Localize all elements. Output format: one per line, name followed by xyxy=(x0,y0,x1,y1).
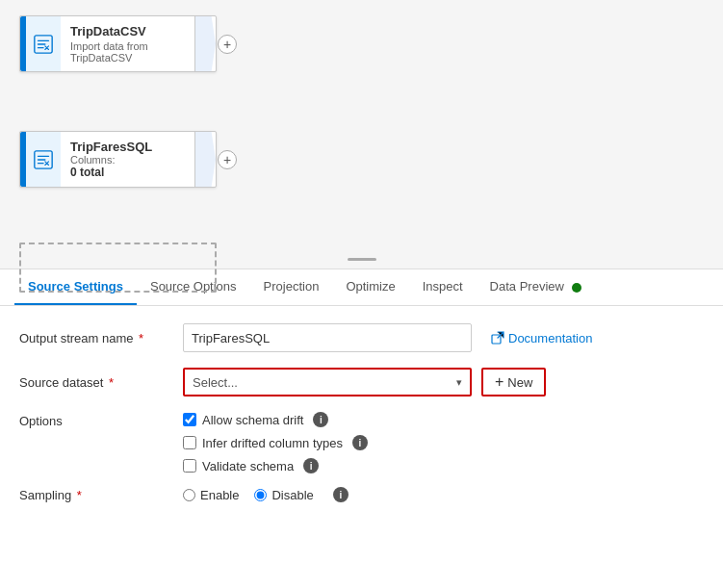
node-body-sql: TripFaresSQL Columns: 0 total xyxy=(61,132,194,187)
radio-group: Enable Disable i xyxy=(183,487,349,502)
allow-schema-drift-label[interactable]: Allow schema drift xyxy=(202,413,303,427)
options-label: Options xyxy=(19,412,183,428)
sampling-row: Sampling * Enable Disable i xyxy=(19,487,704,502)
infer-drifted-checkbox[interactable] xyxy=(183,436,196,449)
node-body: TripDataCSV Import data from TripDataCSV xyxy=(61,16,194,71)
tab-projection[interactable]: Projection xyxy=(250,269,333,305)
required-star-2: * xyxy=(105,375,114,390)
output-stream-input[interactable] xyxy=(183,323,472,352)
minimize-bar xyxy=(348,258,376,261)
tab-data-preview[interactable]: Data Preview xyxy=(477,269,595,305)
documentation-link[interactable]: Documentation xyxy=(491,331,592,345)
required-star-3: * xyxy=(73,488,82,502)
dashed-placeholder xyxy=(19,243,217,293)
options-row: Options Allow schema drift i Infer drift… xyxy=(19,412,704,473)
tab-optimize[interactable]: Optimize xyxy=(332,269,408,305)
node-subtitle: Import data from TripDataCSV xyxy=(70,40,185,64)
allow-schema-drift-info-icon[interactable]: i xyxy=(313,412,328,427)
node-plus-btn-sql[interactable]: + xyxy=(218,150,237,169)
infer-drifted-label[interactable]: Infer drifted column types xyxy=(202,436,343,450)
source-dataset-select[interactable]: Select... xyxy=(185,370,470,395)
canvas-area: TripDataCSV Import data from TripDataCSV… xyxy=(0,0,723,269)
enable-option[interactable]: Enable xyxy=(183,488,239,502)
source-dataset-row: Source dataset * Select... ▾ + New xyxy=(19,368,704,396)
select-wrapper[interactable]: Select... ▾ xyxy=(183,368,472,396)
validate-schema-row: Validate schema i xyxy=(183,458,368,473)
node-columns: Columns: 0 total xyxy=(70,154,185,179)
tab-inspect[interactable]: Inspect xyxy=(409,269,477,305)
disable-option[interactable]: Disable xyxy=(254,488,313,502)
allow-schema-drift-row: Allow schema drift i xyxy=(183,412,368,427)
data-preview-dot xyxy=(572,283,581,293)
output-stream-row: Output stream name * Documentation xyxy=(19,323,704,352)
required-star: * xyxy=(136,331,144,345)
options-fields: Allow schema drift i Infer drifted colum… xyxy=(183,412,368,473)
source-dataset-label: Source dataset * xyxy=(19,375,183,390)
form-area: Output stream name * Documentation Sourc… xyxy=(0,306,723,533)
validate-schema-checkbox[interactable] xyxy=(183,459,196,473)
validate-schema-info-icon[interactable]: i xyxy=(303,458,319,473)
output-stream-label: Output stream name * xyxy=(19,331,183,345)
infer-drifted-row: Infer drifted column types i xyxy=(183,435,368,450)
node-arrow-sql xyxy=(194,132,216,187)
plus-icon: + xyxy=(495,373,504,391)
sampling-label: Sampling * xyxy=(19,488,183,502)
external-link-icon xyxy=(491,331,504,345)
allow-schema-drift-checkbox[interactable] xyxy=(183,413,196,426)
sampling-info-icon[interactable]: i xyxy=(333,487,349,502)
node-icon-sql xyxy=(26,132,61,187)
enable-radio[interactable] xyxy=(183,489,195,501)
new-button[interactable]: + New xyxy=(481,368,546,396)
node-title-sql: TripFaresSQL xyxy=(70,140,185,154)
node-arrow xyxy=(194,16,216,71)
node-trip-sql[interactable]: TripFaresSQL Columns: 0 total + xyxy=(19,131,217,188)
node-trip-csv[interactable]: TripDataCSV Import data from TripDataCSV… xyxy=(19,15,217,72)
node-title: TripDataCSV xyxy=(70,24,185,38)
node-plus-btn[interactable]: + xyxy=(218,35,237,54)
node-icon xyxy=(26,16,61,71)
disable-radio[interactable] xyxy=(254,489,267,501)
infer-drifted-info-icon[interactable]: i xyxy=(352,435,368,450)
validate-schema-label[interactable]: Validate schema xyxy=(202,459,294,473)
